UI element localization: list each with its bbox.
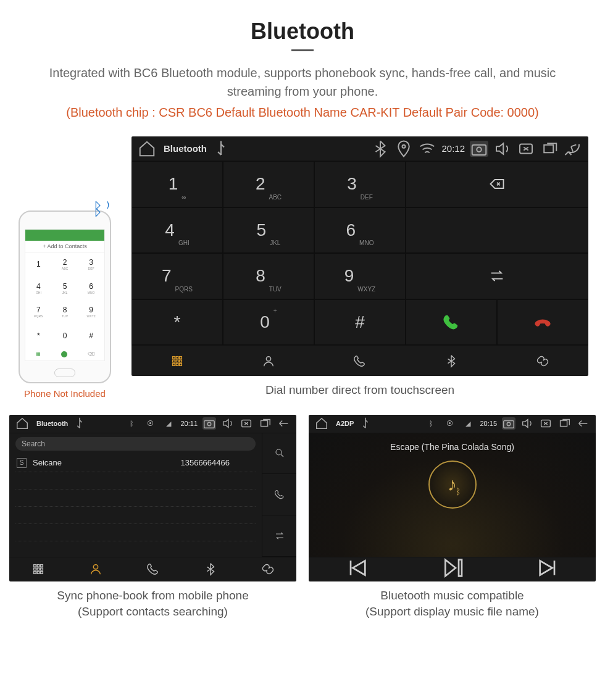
bluetooth-signal-icon: ᛒ⁾: [93, 199, 114, 219]
contact-name: Seicane: [33, 458, 62, 467]
phone-keypad: 1 2ABC 3DEF 4GHI 5JKL 6MNO 7PQRS 8TUV 9W…: [25, 252, 104, 348]
title-underline: [291, 49, 314, 51]
close-app-button[interactable]: [539, 417, 553, 430]
prev-track-button[interactable]: [344, 556, 369, 581]
nav-pair[interactable]: [239, 557, 296, 581]
svg-rect-33: [561, 421, 567, 427]
close-app-button[interactable]: [240, 417, 253, 430]
key-3[interactable]: 3DEF: [314, 161, 406, 207]
svg-point-2: [477, 147, 482, 152]
key-hash[interactable]: #: [314, 299, 406, 346]
spec-line: (Bluetooth chip : CSR BC6 Default Blueto…: [9, 103, 596, 122]
recent-apps-button[interactable]: [557, 417, 571, 430]
nav-pair[interactable]: [497, 346, 588, 376]
svg-point-31: [507, 422, 511, 426]
home-icon[interactable]: [15, 417, 29, 430]
nav-keypad[interactable]: [9, 557, 67, 581]
next-track-button[interactable]: [536, 556, 561, 581]
recent-apps-button[interactable]: [258, 417, 272, 430]
hangup-button[interactable]: [497, 299, 588, 346]
home-icon[interactable]: [138, 141, 156, 157]
key-6[interactable]: 6MNO: [314, 207, 406, 254]
svg-rect-7: [180, 356, 182, 359]
nav-contacts[interactable]: [67, 557, 124, 581]
side-search-button[interactable]: [262, 433, 296, 475]
status-title: Bluetooth: [36, 420, 68, 427]
svg-rect-9: [176, 360, 178, 362]
nav-keypad[interactable]: [131, 346, 223, 376]
location-icon: ⦿: [143, 417, 157, 430]
back-button[interactable]: [576, 417, 590, 430]
usb-icon: [212, 141, 230, 157]
back-button[interactable]: [277, 417, 290, 430]
side-sync-button[interactable]: [262, 515, 296, 557]
svg-rect-5: [173, 356, 175, 359]
backspace-key[interactable]: [406, 161, 588, 207]
svg-rect-4: [544, 144, 553, 152]
svg-point-0: [403, 144, 406, 148]
key-2[interactable]: 2ABC: [223, 161, 314, 207]
svg-rect-8: [173, 360, 175, 362]
volume-button[interactable]: [520, 417, 534, 430]
key-8[interactable]: 8TUV: [223, 253, 314, 299]
phone-home-button: [54, 369, 75, 377]
status-bar: Bluetooth ᛒ ⦿ ◢ 20:11: [9, 415, 296, 433]
key-4[interactable]: 4GHI: [131, 207, 223, 254]
close-app-button[interactable]: [517, 141, 535, 157]
svg-rect-30: [504, 421, 514, 428]
nav-bluetooth[interactable]: [406, 346, 497, 376]
side-call-button[interactable]: [262, 474, 296, 515]
camera-button[interactable]: [502, 417, 515, 430]
key-0[interactable]: 0+: [223, 299, 314, 346]
nav-contacts[interactable]: [223, 346, 314, 376]
empty-row: [15, 472, 256, 490]
nav-bluetooth[interactable]: [182, 557, 239, 581]
svg-rect-1: [472, 144, 486, 154]
key-star[interactable]: *: [131, 299, 223, 346]
clock: 20:11: [180, 420, 198, 427]
camera-button[interactable]: [470, 141, 488, 157]
music-headunit: A2DP ᛒ ⦿ ◢ 20:15 Escape (The Pina Colada…: [309, 415, 596, 581]
usb-icon: [359, 417, 372, 430]
dialer-caption: Dial number direct from touchscreen: [131, 382, 588, 399]
svg-point-14: [266, 356, 270, 360]
svg-rect-28: [40, 572, 43, 574]
search-input[interactable]: Search: [15, 437, 256, 451]
svg-rect-26: [33, 572, 36, 574]
svg-point-16: [207, 422, 211, 426]
svg-rect-24: [37, 568, 40, 570]
call-button[interactable]: [406, 299, 497, 346]
phone-statusbar: [25, 230, 104, 241]
nav-call-log[interactable]: [124, 557, 182, 581]
recent-apps-button[interactable]: [540, 141, 559, 157]
phone-add-contact: + Add to Contacts: [25, 241, 104, 252]
volume-button[interactable]: [221, 417, 235, 430]
status-bar: A2DP ᛒ ⦿ ◢ 20:15: [309, 415, 596, 433]
dialer-headunit: Bluetooth 20:12 1∞ 2ABC 3DEF: [131, 136, 588, 376]
camera-button[interactable]: [202, 417, 216, 430]
volume-button[interactable]: [493, 141, 512, 157]
key-7[interactable]: 7PQRS: [131, 253, 223, 299]
svg-rect-22: [40, 565, 43, 567]
location-icon: [394, 141, 413, 157]
home-icon[interactable]: [315, 417, 328, 430]
nav-call-log[interactable]: [314, 346, 406, 376]
swap-key[interactable]: [406, 253, 588, 299]
key-9[interactable]: 9WXYZ: [314, 253, 406, 299]
contact-row[interactable]: S Seicane 13566664466: [15, 454, 256, 472]
status-title: A2DP: [336, 420, 354, 427]
key-1[interactable]: 1∞: [131, 161, 223, 207]
svg-point-29: [93, 565, 98, 569]
play-pause-button[interactable]: [440, 556, 465, 581]
svg-rect-10: [180, 360, 182, 362]
page-title: Bluetooth: [9, 19, 596, 44]
empty-row: [15, 507, 256, 524]
smartphone-mockup: ᛒ⁾ + Add to Contacts 1 2ABC 3DEF 4GHI 5J…: [19, 210, 111, 383]
svg-rect-11: [173, 363, 175, 365]
back-button[interactable]: [564, 141, 582, 157]
empty-row: [15, 524, 256, 541]
usb-icon: [73, 417, 86, 430]
page-description: Integrated with BC6 Bluetooth module, su…: [31, 64, 574, 101]
contact-initial: S: [17, 458, 27, 468]
key-5[interactable]: 5JKL: [223, 207, 314, 254]
